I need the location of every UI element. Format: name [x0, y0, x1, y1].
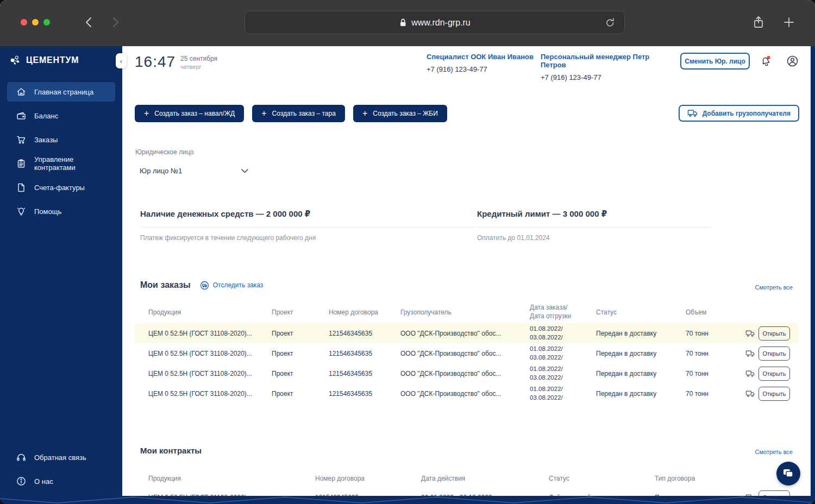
new-tab-icon[interactable] — [782, 15, 795, 32]
cell-consignee: ООО "ДСК-Производство" обос... — [400, 370, 530, 377]
col-date-order: Дата заказа/ — [530, 304, 568, 311]
forward-icon[interactable] — [109, 16, 122, 29]
lightbulb-icon — [16, 206, 27, 217]
cell-product: ЦЕМ 0 52.5Н (ГОСТ 31108-2020)... — [148, 370, 272, 377]
open-order-button[interactable]: Открыть — [758, 346, 790, 361]
legal-entity-block: Юридическое лицо Юр лицо №1 — [135, 148, 248, 175]
url-bar[interactable]: www.rdn-grp.ru — [244, 11, 625, 34]
col-status: Статус — [596, 308, 686, 316]
legal-entity-selected: Юр лицо №1 — [140, 167, 182, 175]
notifications-bell-icon[interactable] — [759, 55, 772, 68]
back-icon[interactable] — [83, 16, 96, 29]
create-order-concrete-button[interactable]: + Создать заказ – ЖБИ — [353, 105, 447, 122]
sidebar-item-contract-management[interactable]: Управление контрактами — [7, 154, 115, 173]
cell-contract: 121546345635 — [329, 330, 400, 337]
notification-badge — [767, 56, 770, 59]
contact-manager: Персональный менеджер Петр Петров +7 (91… — [541, 53, 666, 81]
cell-consignee: ООО "ДСК-Производство" обос... — [400, 350, 530, 357]
cell-volume: 70 тонн — [686, 330, 745, 337]
sidebar-item-help[interactable]: Помощь — [7, 201, 115, 221]
refresh-icon[interactable] — [604, 16, 617, 32]
page: ЦЕМЕНТУМ ‹ Главная страница Баланс Заказ… — [0, 46, 815, 504]
credit-title: Кредитный лимит — 3 000 000 ₽ — [477, 209, 712, 219]
button-label: Создать заказ – навал/ЖД — [154, 110, 235, 117]
orders-see-all-link[interactable]: Смотреть все — [755, 284, 793, 291]
cash-block: Наличие денежных средств — 2 000 000 ₽ П… — [140, 209, 475, 242]
contracts-see-all-link[interactable]: Смотреть все — [755, 449, 793, 455]
col-dates: Дата заказа/ Дата отгрузки — [530, 304, 596, 320]
create-order-toolbar: + Создать заказ – навал/ЖД + Создать зак… — [135, 105, 447, 122]
cell-volume: 70 тонн — [686, 350, 745, 357]
cart-icon — [16, 134, 27, 145]
divider — [140, 227, 475, 228]
account-icon[interactable] — [786, 54, 799, 67]
sidebar-collapse-button[interactable]: ‹ — [116, 53, 127, 68]
sidebar-item-balance[interactable]: Баланс — [7, 106, 115, 125]
cell-contract: 121546345635 — [329, 350, 400, 357]
contact-phone: +7 (916) 123-49-77 — [427, 65, 541, 73]
contracts-table-header: Продукция Номер договора Дата действия С… — [135, 468, 798, 489]
add-consignee-button[interactable]: Добавить грузополучателя — [679, 105, 799, 122]
cell-product: ЦЕМ 0 52.5Н (ГОСТ 31108-2020)... — [148, 350, 272, 357]
track-order-label: Отследить заказ — [213, 281, 264, 289]
order-row[interactable]: ЦЕМ 0 52.5Н (ГОСТ 31108-2020)... Проект … — [135, 323, 798, 343]
sidebar-item-invoices[interactable]: Счета-фактуры — [7, 178, 115, 197]
sidebar-item-orders[interactable]: Заказы — [7, 130, 115, 149]
open-order-button[interactable]: Открыть — [758, 387, 790, 401]
cell-product: ЦЕМ 0 52.5Н (ГОСТ 31108-2020)... — [148, 330, 272, 337]
cell-volume: 70 тонн — [686, 370, 745, 377]
cell-product: ЦЕМ 0 52.5Н (ГОСТ 31108-2020)... — [148, 390, 272, 398]
order-row[interactable]: ЦЕМ 0 52.5Н (ГОСТ 31108-2020)... Проект … — [135, 383, 798, 404]
weekday: четверг — [180, 64, 217, 70]
truck-icon[interactable] — [745, 329, 755, 338]
change-entity-button[interactable]: Сменить Юр. лицо — [680, 53, 750, 70]
plus-icon: + — [362, 109, 367, 118]
wallet-icon — [16, 110, 27, 121]
cash-note: Платеж фиксируется в течении следующего … — [140, 234, 475, 242]
cell-contract: 121546345635 — [329, 390, 400, 398]
truck-icon[interactable] — [745, 349, 755, 358]
minimize-window-button[interactable] — [32, 19, 39, 26]
clock: 16:47 25 сентября четверг — [135, 53, 217, 71]
open-order-button[interactable]: Открыть — [758, 367, 790, 381]
logo[interactable]: ЦЕМЕНТУМ — [0, 46, 122, 66]
create-order-bulk-rail-button[interactable]: + Создать заказ – навал/ЖД — [135, 105, 244, 122]
chat-icon — [782, 468, 794, 479]
open-order-button[interactable]: Открыть — [758, 326, 790, 341]
track-order-icon — [200, 281, 209, 290]
share-icon[interactable] — [752, 15, 765, 32]
col-contract: Номер договора — [329, 308, 400, 316]
sidebar-item-feedback[interactable]: Обратная связь — [7, 448, 115, 467]
sidebar-item-label: Обратная связь — [34, 453, 86, 462]
orders-title: Мои заказы — [140, 280, 191, 290]
truck-icon[interactable] — [745, 389, 755, 398]
orders-table: Продукция Проект Номер договора Грузопол… — [135, 301, 798, 404]
logo-text: ЦЕМЕНТУМ — [26, 55, 79, 65]
divider — [477, 227, 712, 228]
logo-molecule-icon — [10, 55, 21, 66]
chat-button[interactable] — [776, 462, 800, 486]
col-consignee: Грузополучатель — [400, 308, 530, 316]
cell-contract: 121546345635 — [329, 370, 400, 377]
legal-entity-select[interactable]: Юр лицо №1 — [140, 167, 248, 175]
button-label: Создать заказ – тара — [272, 110, 335, 117]
track-order-link[interactable]: Отследить заказ — [200, 281, 264, 290]
col-contract: Номер договора — [315, 475, 421, 482]
document-icon — [16, 182, 27, 193]
order-row[interactable]: ЦЕМ 0 52.5Н (ГОСТ 31108-2020)... Проект … — [135, 363, 798, 383]
col-type: Тип договора — [655, 475, 745, 482]
cell-dates: 01.08.2022/03.08.2022/ — [530, 385, 596, 402]
sidebar-item-home[interactable]: Главная страница — [7, 82, 115, 102]
sidebar-item-about[interactable]: О нас — [7, 471, 115, 491]
truck-icon[interactable] — [745, 369, 755, 378]
zoom-window-button[interactable] — [43, 19, 50, 26]
info-icon — [16, 476, 27, 487]
footer-pattern — [0, 496, 815, 504]
order-row[interactable]: ЦЕМ 0 52.5Н (ГОСТ 31108-2020)... Проект … — [135, 343, 798, 363]
sidebar-item-label: Баланс — [34, 112, 58, 120]
create-order-packaged-button[interactable]: + Создать заказ – тара — [252, 105, 345, 122]
traffic-lights — [21, 19, 50, 26]
close-window-button[interactable] — [21, 19, 27, 26]
contracts-title: Мои контракты — [140, 446, 202, 455]
contracts-section-header: Мои контракты — [140, 446, 202, 455]
